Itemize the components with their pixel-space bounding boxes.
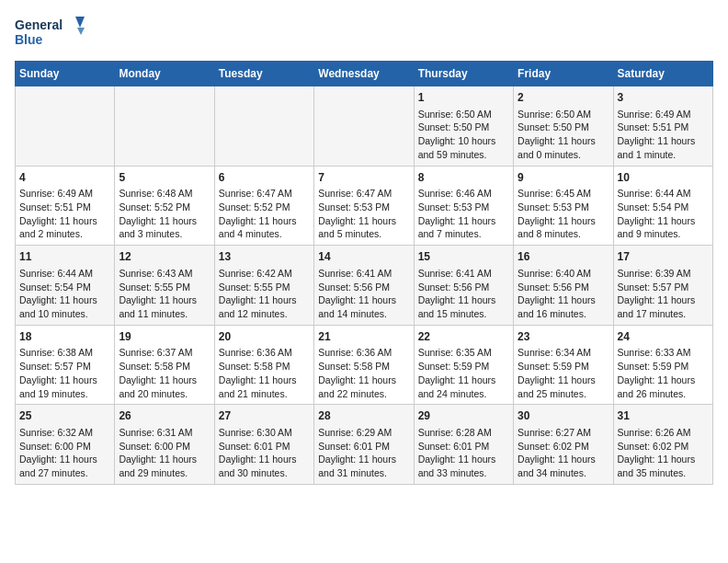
day-info: Sunrise: 6:31 AM Sunset: 6:00 PM Dayligh… xyxy=(119,426,210,480)
day-info: Sunrise: 6:49 AM Sunset: 5:51 PM Dayligh… xyxy=(19,187,110,241)
calendar-cell: 28Sunrise: 6:29 AM Sunset: 6:01 PM Dayli… xyxy=(314,405,414,485)
day-info: Sunrise: 6:37 AM Sunset: 5:58 PM Dayligh… xyxy=(119,346,210,400)
calendar-cell: 10Sunrise: 6:44 AM Sunset: 5:54 PM Dayli… xyxy=(613,166,712,246)
svg-text:Blue: Blue xyxy=(15,32,43,47)
day-number: 2 xyxy=(518,90,609,106)
day-info: Sunrise: 6:43 AM Sunset: 5:55 PM Dayligh… xyxy=(119,267,210,321)
weekday-header: Tuesday xyxy=(214,62,313,86)
weekday-header: Friday xyxy=(514,62,613,86)
calendar-cell: 19Sunrise: 6:37 AM Sunset: 5:58 PM Dayli… xyxy=(115,325,214,405)
day-number: 16 xyxy=(518,249,609,265)
calendar-week-row: 1Sunrise: 6:50 AM Sunset: 5:50 PM Daylig… xyxy=(16,86,713,167)
day-info: Sunrise: 6:30 AM Sunset: 6:01 PM Dayligh… xyxy=(219,426,310,480)
day-info: Sunrise: 6:26 AM Sunset: 6:02 PM Dayligh… xyxy=(618,426,709,480)
calendar-cell xyxy=(115,86,214,167)
day-number: 12 xyxy=(119,249,210,265)
day-number: 20 xyxy=(219,329,310,345)
day-number: 13 xyxy=(219,249,310,265)
calendar-cell: 13Sunrise: 6:42 AM Sunset: 5:55 PM Dayli… xyxy=(214,246,313,326)
weekday-header: Wednesday xyxy=(314,62,414,86)
day-info: Sunrise: 6:36 AM Sunset: 5:58 PM Dayligh… xyxy=(219,346,310,400)
day-info: Sunrise: 6:39 AM Sunset: 5:57 PM Dayligh… xyxy=(618,267,709,321)
day-number: 31 xyxy=(618,408,709,424)
calendar-cell xyxy=(314,86,414,167)
day-number: 22 xyxy=(418,329,509,345)
calendar-cell: 20Sunrise: 6:36 AM Sunset: 5:58 PM Dayli… xyxy=(214,325,313,405)
day-number: 29 xyxy=(418,408,509,424)
calendar-cell: 2Sunrise: 6:50 AM Sunset: 5:50 PM Daylig… xyxy=(514,86,613,167)
day-number: 9 xyxy=(518,170,609,186)
calendar-cell: 15Sunrise: 6:41 AM Sunset: 5:56 PM Dayli… xyxy=(414,246,513,326)
day-number: 4 xyxy=(19,170,110,186)
day-info: Sunrise: 6:28 AM Sunset: 6:01 PM Dayligh… xyxy=(418,426,509,480)
day-number: 7 xyxy=(318,170,409,186)
calendar-cell: 18Sunrise: 6:38 AM Sunset: 5:57 PM Dayli… xyxy=(16,325,115,405)
day-info: Sunrise: 6:42 AM Sunset: 5:55 PM Dayligh… xyxy=(219,267,310,321)
calendar-cell: 4Sunrise: 6:49 AM Sunset: 5:51 PM Daylig… xyxy=(16,166,115,246)
page-header: General Blue xyxy=(15,15,713,53)
day-number: 21 xyxy=(318,329,409,345)
day-info: Sunrise: 6:50 AM Sunset: 5:50 PM Dayligh… xyxy=(418,108,509,162)
calendar-cell: 21Sunrise: 6:36 AM Sunset: 5:58 PM Dayli… xyxy=(314,325,414,405)
day-info: Sunrise: 6:44 AM Sunset: 5:54 PM Dayligh… xyxy=(19,267,110,321)
calendar-cell: 27Sunrise: 6:30 AM Sunset: 6:01 PM Dayli… xyxy=(214,405,313,485)
calendar-cell: 24Sunrise: 6:33 AM Sunset: 5:59 PM Dayli… xyxy=(613,325,712,405)
day-number: 10 xyxy=(618,170,709,186)
day-info: Sunrise: 6:34 AM Sunset: 5:59 PM Dayligh… xyxy=(518,346,609,400)
day-number: 6 xyxy=(219,170,310,186)
weekday-header: Monday xyxy=(115,62,214,86)
day-number: 17 xyxy=(618,249,709,265)
day-info: Sunrise: 6:29 AM Sunset: 6:01 PM Dayligh… xyxy=(318,426,409,480)
day-number: 1 xyxy=(418,90,509,106)
calendar-cell: 25Sunrise: 6:32 AM Sunset: 6:00 PM Dayli… xyxy=(16,405,115,485)
day-info: Sunrise: 6:27 AM Sunset: 6:02 PM Dayligh… xyxy=(518,426,609,480)
day-info: Sunrise: 6:47 AM Sunset: 5:52 PM Dayligh… xyxy=(219,187,310,241)
day-number: 14 xyxy=(318,249,409,265)
day-info: Sunrise: 6:33 AM Sunset: 5:59 PM Dayligh… xyxy=(618,346,709,400)
day-number: 18 xyxy=(19,329,110,345)
calendar-week-row: 25Sunrise: 6:32 AM Sunset: 6:00 PM Dayli… xyxy=(16,405,713,485)
calendar-week-row: 18Sunrise: 6:38 AM Sunset: 5:57 PM Dayli… xyxy=(16,325,713,405)
logo: General Blue xyxy=(15,15,88,53)
day-number: 30 xyxy=(518,408,609,424)
calendar-header-row: SundayMondayTuesdayWednesdayThursdayFrid… xyxy=(16,62,713,86)
calendar-cell: 8Sunrise: 6:46 AM Sunset: 5:53 PM Daylig… xyxy=(414,166,513,246)
svg-marker-2 xyxy=(75,17,85,28)
calendar-cell xyxy=(214,86,313,167)
svg-marker-3 xyxy=(77,28,85,35)
calendar-cell: 11Sunrise: 6:44 AM Sunset: 5:54 PM Dayli… xyxy=(16,246,115,326)
calendar-cell xyxy=(16,86,115,167)
calendar-table: SundayMondayTuesdayWednesdayThursdayFrid… xyxy=(15,61,713,485)
day-number: 19 xyxy=(119,329,210,345)
calendar-cell: 29Sunrise: 6:28 AM Sunset: 6:01 PM Dayli… xyxy=(414,405,513,485)
day-number: 15 xyxy=(418,249,509,265)
day-info: Sunrise: 6:48 AM Sunset: 5:52 PM Dayligh… xyxy=(119,187,210,241)
calendar-cell: 16Sunrise: 6:40 AM Sunset: 5:56 PM Dayli… xyxy=(514,246,613,326)
logo-svg: General Blue xyxy=(15,15,88,53)
day-number: 26 xyxy=(119,408,210,424)
calendar-cell: 5Sunrise: 6:48 AM Sunset: 5:52 PM Daylig… xyxy=(115,166,214,246)
calendar-cell: 6Sunrise: 6:47 AM Sunset: 5:52 PM Daylig… xyxy=(214,166,313,246)
day-number: 24 xyxy=(618,329,709,345)
day-info: Sunrise: 6:38 AM Sunset: 5:57 PM Dayligh… xyxy=(19,346,110,400)
day-info: Sunrise: 6:40 AM Sunset: 5:56 PM Dayligh… xyxy=(518,267,609,321)
day-info: Sunrise: 6:36 AM Sunset: 5:58 PM Dayligh… xyxy=(318,346,409,400)
calendar-cell: 1Sunrise: 6:50 AM Sunset: 5:50 PM Daylig… xyxy=(414,86,513,167)
day-info: Sunrise: 6:47 AM Sunset: 5:53 PM Dayligh… xyxy=(318,187,409,241)
day-info: Sunrise: 6:50 AM Sunset: 5:50 PM Dayligh… xyxy=(518,108,609,162)
day-number: 28 xyxy=(318,408,409,424)
day-number: 23 xyxy=(518,329,609,345)
weekday-header: Saturday xyxy=(613,62,712,86)
weekday-header: Thursday xyxy=(414,62,513,86)
day-number: 3 xyxy=(618,90,709,106)
day-number: 5 xyxy=(119,170,210,186)
weekday-header: Sunday xyxy=(16,62,115,86)
day-info: Sunrise: 6:35 AM Sunset: 5:59 PM Dayligh… xyxy=(418,346,509,400)
day-info: Sunrise: 6:41 AM Sunset: 5:56 PM Dayligh… xyxy=(318,267,409,321)
day-number: 27 xyxy=(219,408,310,424)
svg-text:General: General xyxy=(15,17,63,32)
calendar-cell: 22Sunrise: 6:35 AM Sunset: 5:59 PM Dayli… xyxy=(414,325,513,405)
calendar-week-row: 4Sunrise: 6:49 AM Sunset: 5:51 PM Daylig… xyxy=(16,166,713,246)
day-info: Sunrise: 6:41 AM Sunset: 5:56 PM Dayligh… xyxy=(418,267,509,321)
day-info: Sunrise: 6:32 AM Sunset: 6:00 PM Dayligh… xyxy=(19,426,110,480)
